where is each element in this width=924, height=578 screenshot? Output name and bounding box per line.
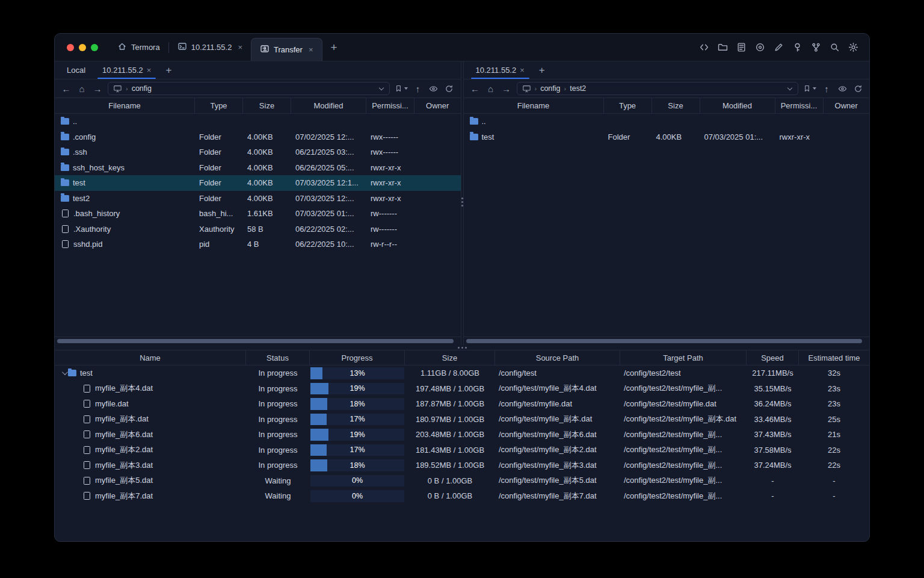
transfer-splitter[interactable] bbox=[55, 345, 869, 350]
tab-host[interactable]: 10.211.55.2 × bbox=[169, 34, 251, 61]
column-header-permissions[interactable]: Permissi... bbox=[366, 98, 414, 113]
breadcrumb[interactable]: config bbox=[540, 84, 560, 93]
file-name: ssh_host_keys bbox=[73, 163, 125, 172]
file-row[interactable]: test Folder 4.00KB 07/03/2025 01:... rwx… bbox=[464, 129, 870, 145]
folder-icon[interactable] bbox=[716, 41, 729, 54]
expand-chevron-icon[interactable] bbox=[74, 400, 82, 408]
eye-icon bbox=[837, 84, 848, 93]
column-header-target-path[interactable]: Target Path bbox=[620, 350, 747, 365]
settings-icon[interactable] bbox=[846, 41, 860, 54]
file-row[interactable]: ssh_host_keys Folder 4.00KB 06/26/2025 0… bbox=[55, 160, 461, 176]
column-header-filename[interactable]: Filename bbox=[464, 98, 604, 113]
expand-chevron-icon[interactable] bbox=[60, 369, 68, 378]
column-header-type[interactable]: Type bbox=[604, 98, 652, 113]
home-button[interactable]: ⌂ bbox=[485, 84, 496, 94]
column-header-owner[interactable]: Owner bbox=[824, 98, 870, 113]
column-header-size[interactable]: Size bbox=[652, 98, 700, 113]
column-header-size[interactable]: Size bbox=[243, 98, 291, 113]
horizontal-scrollbar[interactable] bbox=[466, 339, 863, 343]
transfer-row[interactable]: myfile.dat In progress 18% 187.87MB / 1.… bbox=[55, 396, 869, 412]
search-icon[interactable] bbox=[828, 41, 841, 54]
column-header-owner[interactable]: Owner bbox=[414, 98, 461, 113]
breadcrumb[interactable]: test2 bbox=[570, 84, 586, 93]
record-icon[interactable] bbox=[753, 41, 766, 54]
expand-chevron-icon[interactable] bbox=[74, 430, 82, 439]
home-button[interactable]: ⌂ bbox=[76, 84, 87, 94]
zoom-window-button[interactable] bbox=[91, 44, 98, 51]
tab-local[interactable]: Local bbox=[58, 61, 94, 79]
file-row[interactable]: sshd.pid pid 4 B 06/22/2025 10:... rw-r-… bbox=[55, 237, 461, 252]
horizontal-scrollbar[interactable] bbox=[57, 339, 454, 343]
edit-icon[interactable] bbox=[772, 41, 785, 54]
column-header-modified[interactable]: Modified bbox=[700, 98, 775, 113]
tab-remote-host[interactable]: 10.211.55.2 × bbox=[94, 61, 159, 79]
transfer-row[interactable]: myfile_副本2.dat In progress 17% 181.43MB … bbox=[55, 443, 869, 458]
macro-icon[interactable] bbox=[735, 41, 748, 54]
tab-transfer[interactable]: Transfer × bbox=[251, 38, 322, 61]
breadcrumb[interactable]: config bbox=[132, 84, 152, 93]
tab-remote-host[interactable]: 10.211.55.2 × bbox=[467, 61, 533, 79]
column-header-progress[interactable]: Progress bbox=[310, 350, 405, 365]
close-tab-icon[interactable]: × bbox=[520, 66, 525, 75]
transfer-row[interactable]: myfile_副本3.dat In progress 18% 189.52MB … bbox=[55, 458, 869, 473]
path-bar[interactable]: › config › test2 bbox=[517, 82, 799, 95]
column-header-source-path[interactable]: Source Path bbox=[495, 350, 620, 365]
column-header-name[interactable]: Name bbox=[55, 350, 246, 365]
transfer-row[interactable]: myfile_副本4.dat In progress 19% 197.48MB … bbox=[55, 381, 869, 397]
expand-chevron-icon[interactable] bbox=[74, 415, 82, 423]
bookmark-button[interactable] bbox=[803, 84, 816, 93]
file-row[interactable]: .Xauthority Xauthority 58 B 06/22/2025 0… bbox=[55, 222, 461, 237]
new-pane-tab-button[interactable]: + bbox=[159, 61, 177, 79]
new-pane-tab-button[interactable]: + bbox=[533, 61, 551, 79]
path-bar[interactable]: › config bbox=[108, 82, 390, 95]
file-row[interactable]: .bash_history bash_hi... 1.61KB 07/03/20… bbox=[55, 206, 461, 222]
expand-chevron-icon[interactable] bbox=[74, 492, 82, 500]
key-icon[interactable] bbox=[790, 41, 804, 54]
up-directory-button[interactable]: ↑ bbox=[413, 84, 424, 94]
refresh-button[interactable] bbox=[444, 84, 455, 93]
file-row[interactable]: .ssh Folder 4.00KB 06/21/2025 03:... rwx… bbox=[55, 144, 461, 160]
column-header-status[interactable]: Status bbox=[246, 350, 310, 365]
expand-chevron-icon[interactable] bbox=[74, 461, 82, 470]
forward-button[interactable]: → bbox=[92, 84, 103, 94]
tab-termora[interactable]: Termora bbox=[109, 34, 168, 61]
file-row[interactable]: .config Folder 4.00KB 07/02/2025 12:... … bbox=[55, 129, 461, 145]
back-button[interactable]: ← bbox=[470, 84, 481, 94]
column-header-speed[interactable]: Speed bbox=[747, 350, 799, 365]
close-window-button[interactable] bbox=[67, 44, 74, 51]
minimize-window-button[interactable] bbox=[79, 44, 86, 51]
transfer-row[interactable]: myfile_副本.dat In progress 17% 180.97MB /… bbox=[55, 412, 869, 427]
column-header-size[interactable]: Size bbox=[405, 350, 495, 365]
file-row[interactable]: test Folder 4.00KB 07/03/2025 12:1... rw… bbox=[55, 175, 461, 191]
show-hidden-button[interactable] bbox=[837, 84, 848, 93]
forward-button[interactable]: → bbox=[501, 84, 512, 94]
refresh-button[interactable] bbox=[852, 84, 863, 93]
path-dropdown-chevron-icon[interactable] bbox=[378, 85, 384, 92]
column-header-modified[interactable]: Modified bbox=[291, 98, 366, 113]
transfer-row[interactable]: myfile_副本5.dat Waiting 0% 0 B / 1.00GB /… bbox=[55, 473, 869, 489]
new-tab-button[interactable]: + bbox=[322, 42, 346, 53]
branch-icon[interactable] bbox=[809, 41, 822, 54]
bookmark-button[interactable] bbox=[395, 84, 408, 93]
file-row[interactable]: .. bbox=[55, 114, 461, 129]
code-icon[interactable] bbox=[697, 41, 710, 54]
column-header-type[interactable]: Type bbox=[195, 98, 243, 113]
transfer-row[interactable]: test In progress 13% 1.11GB / 8.00GB /co… bbox=[55, 365, 869, 381]
up-directory-button[interactable]: ↑ bbox=[821, 84, 832, 94]
transfer-row[interactable]: myfile_副本6.dat In progress 19% 203.48MB … bbox=[55, 427, 869, 443]
expand-chevron-icon[interactable] bbox=[74, 476, 82, 485]
column-header-filename[interactable]: Filename bbox=[55, 98, 195, 113]
show-hidden-button[interactable] bbox=[428, 84, 439, 93]
expand-chevron-icon[interactable] bbox=[74, 384, 82, 393]
expand-chevron-icon[interactable] bbox=[74, 446, 82, 454]
path-dropdown-chevron-icon[interactable] bbox=[787, 85, 793, 92]
close-tab-icon[interactable]: × bbox=[238, 43, 242, 52]
close-tab-icon[interactable]: × bbox=[147, 66, 152, 75]
transfer-row[interactable]: myfile_副本7.dat Waiting 0% 0 B / 1.00GB /… bbox=[55, 488, 869, 504]
file-row[interactable]: test2 Folder 4.00KB 07/03/2025 12:... rw… bbox=[55, 191, 461, 207]
back-button[interactable]: ← bbox=[61, 84, 72, 94]
close-tab-icon[interactable]: × bbox=[309, 45, 313, 54]
column-header-permissions[interactable]: Permissi... bbox=[775, 98, 824, 113]
column-header-estimated-time[interactable]: Estimated time bbox=[799, 350, 869, 365]
file-row[interactable]: .. bbox=[464, 114, 870, 129]
